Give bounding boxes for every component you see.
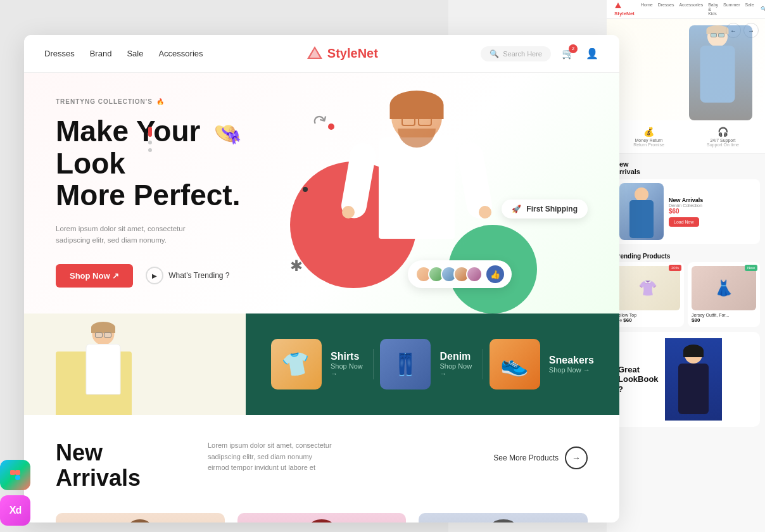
hero-section: TRENTYNG COLLECTION'S 🔥 Make Your 👒 Look… xyxy=(24,73,619,314)
hero-emoji: 👒 xyxy=(213,121,242,146)
right-preview-panel: StyleNet Home Dresses Accessories Baby &… xyxy=(607,0,765,532)
sneakers-info: Sneakers Shop Now → xyxy=(549,355,594,374)
new-arrivals-section: NewArrivals Lorem ipsum dolor sit amet, … xyxy=(24,415,619,503)
logo: StyleNet xyxy=(306,45,378,63)
hero-description: Lorem ipsum dolor sit amet, consectetur … xyxy=(56,223,220,246)
shirts-name: Shirts xyxy=(331,351,367,362)
support-icon: 🎧 xyxy=(688,127,757,137)
right-nav-links: Home Dresses Accessories Baby & Kids Sum… xyxy=(641,3,754,16)
person-hand-left xyxy=(342,206,355,218)
hero-title: Make Your 👒 Look More Perfect. xyxy=(56,115,322,212)
avatar-5 xyxy=(466,266,483,282)
denim-shop-link[interactable]: Shop Now → xyxy=(439,362,476,377)
categories-items: 👕 Shirts Shop Now → 👖 Denim Shop Now → xyxy=(246,314,619,415)
right-product-2[interactable]: New 👗 Jersey Outfit, For... $80 xyxy=(688,262,760,327)
sneakers-shop-link[interactable]: Shop Now → xyxy=(549,366,594,374)
product-card-1[interactable] xyxy=(56,513,225,522)
svg-rect-2 xyxy=(15,470,20,475)
right-arrival-img xyxy=(619,183,664,240)
category-sneakers: 👟 Sneakers Shop Now → xyxy=(483,339,600,390)
xd-icon[interactable]: Xd xyxy=(0,495,30,526)
figma-icon[interactable] xyxy=(0,460,30,490)
right-products-row: 20% 👚 Yellow Top $90 $60 New 👗 Jersey Ou… xyxy=(607,262,765,332)
right-nav-actions: 🔍 🛒 👤 xyxy=(761,6,765,12)
right-features: 💰 Money Return Return Promise 🎧 24/7 Sup… xyxy=(607,120,765,154)
right-person xyxy=(689,25,746,120)
product-card-2[interactable] xyxy=(237,513,407,522)
arrivals-title: NewArrivals xyxy=(56,440,157,490)
nav-brand[interactable]: Brand xyxy=(90,49,112,58)
right-arrival-card: New Arrivals Denim Collection $60 Load N… xyxy=(612,179,760,244)
right-prod-price-2: $80 xyxy=(692,317,756,323)
right-arrivals-title: NewArrivals xyxy=(607,154,765,179)
denim-image: 👖 xyxy=(380,339,431,390)
category-shirts: 👕 Shirts Shop Now → xyxy=(265,339,374,390)
svg-marker-7 xyxy=(615,3,621,8)
hero-asterisk: ✱ xyxy=(290,255,303,276)
right-arrival-price: $60 xyxy=(669,208,752,215)
sale-badge-1: 20% xyxy=(669,265,681,271)
right-lookbook-title: GreatLookBook? xyxy=(618,365,659,395)
right-load-button[interactable]: Load Now xyxy=(669,217,699,227)
product-image-2 xyxy=(237,513,407,522)
right-prod-name-2: Jersey Outfit, For... xyxy=(692,313,756,317)
right-feature-support: 🎧 24/7 Support Support On time xyxy=(688,127,757,147)
shop-now-button[interactable]: Shop Now ↗ xyxy=(56,264,133,288)
right-logo: StyleNet xyxy=(614,2,635,16)
svg-point-3 xyxy=(15,475,20,480)
right-arrival-info: New Arrivals Denim Collection $60 Load N… xyxy=(669,197,752,227)
product-card-3[interactable] xyxy=(419,513,588,522)
right-prod-name-1: Yellow Top xyxy=(616,313,680,317)
categories-person-left xyxy=(24,314,246,415)
right-search-icon[interactable]: 🔍 xyxy=(761,6,765,12)
search-bar[interactable]: 🔍 Search Here xyxy=(481,46,551,61)
sneakers-image: 👟 xyxy=(490,339,540,390)
right-hero: ← → xyxy=(607,19,765,120)
shirts-shop-link[interactable]: Shop Now → xyxy=(331,362,367,377)
search-placeholder: Search Here xyxy=(503,50,542,58)
social-proof-card: 👍 xyxy=(408,260,512,288)
sneakers-name: Sneakers xyxy=(549,355,594,366)
person-glasses xyxy=(401,116,432,126)
app-icons-container: Xd xyxy=(0,460,30,526)
right-prod-img-2: 👗 xyxy=(692,266,756,310)
denim-name: Denim xyxy=(439,351,476,362)
right-arrivals-section: NewArrivals New Arrivals Denim Collectio… xyxy=(607,154,765,244)
shirts-info: Shirts Shop Now → xyxy=(331,351,367,377)
main-card: Dresses Brand Sale Accessories StyleNet … xyxy=(24,35,619,522)
trending-button[interactable]: ▶ What's Trending ? xyxy=(146,267,229,284)
navigation-dots xyxy=(148,127,152,152)
cart-badge: 2 xyxy=(569,44,578,53)
nav-dot-3[interactable] xyxy=(148,148,152,152)
nav-actions: 🔍 Search Here 🛒 2 👤 xyxy=(481,46,599,61)
rocket-icon: 🚀 xyxy=(512,205,521,213)
cat-person xyxy=(78,320,129,415)
right-arrival-sub: Denim Collection xyxy=(669,203,752,208)
nav-accessories[interactable]: Accessories xyxy=(158,49,203,58)
shirts-image: 👕 xyxy=(271,339,322,390)
like-button[interactable]: 👍 xyxy=(486,265,504,283)
person-body xyxy=(379,137,455,239)
right-lookbook-image xyxy=(665,338,722,421)
arrivals-heading: NewArrivals xyxy=(56,440,157,490)
new-badge-2: New xyxy=(745,265,757,271)
right-lookbook-section: GreatLookBook? xyxy=(612,332,760,427)
cart-icon[interactable]: 🛒 2 xyxy=(561,47,575,61)
shipping-label: First Shipping xyxy=(526,205,578,213)
right-product-1[interactable]: 20% 👚 Yellow Top $90 $60 xyxy=(612,262,684,327)
user-icon[interactable]: 👤 xyxy=(585,47,599,61)
right-feature-money: 💰 Money Return Return Promise xyxy=(614,127,683,147)
nav-dresses[interactable]: Dresses xyxy=(44,49,75,58)
nav-dot-1[interactable] xyxy=(148,127,152,137)
hero-dot-dark xyxy=(303,187,308,192)
categories-section: 👕 Shirts Shop Now → 👖 Denim Shop Now → xyxy=(24,314,619,415)
nav-dot-2[interactable] xyxy=(148,141,152,144)
play-icon: ▶ xyxy=(146,267,163,284)
category-denim: 👖 Denim Shop Now → xyxy=(374,339,483,390)
right-prod-img-1: 👚 xyxy=(616,266,680,310)
see-more-button[interactable]: See More Products → xyxy=(493,446,588,469)
nav-sale[interactable]: Sale xyxy=(127,49,143,58)
person-hair xyxy=(390,91,444,119)
svg-rect-4 xyxy=(10,470,15,475)
product-image-3 xyxy=(419,513,588,522)
